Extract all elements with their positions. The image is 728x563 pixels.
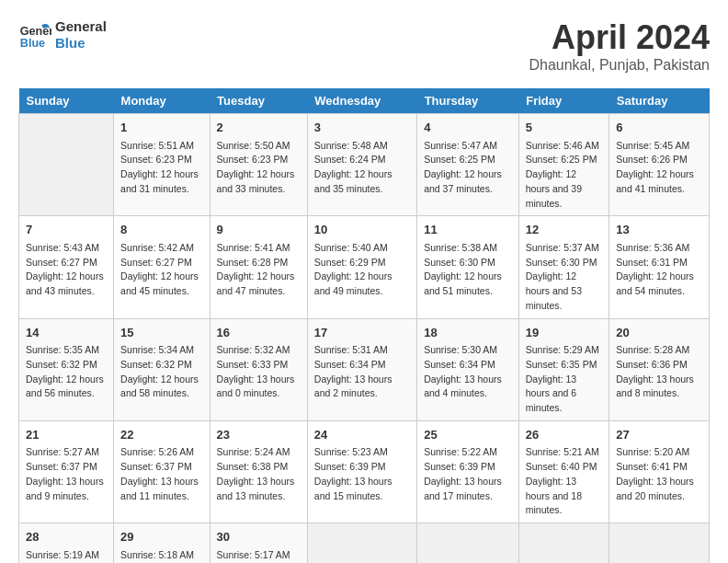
month-title: April 2024 bbox=[529, 18, 710, 57]
calendar-cell: 13Sunrise: 5:36 AMSunset: 6:31 PMDayligh… bbox=[609, 216, 710, 318]
day-number: 12 bbox=[526, 221, 602, 239]
day-number: 20 bbox=[616, 324, 702, 342]
cell-info: Sunrise: 5:31 AMSunset: 6:34 PMDaylight:… bbox=[314, 343, 410, 401]
calendar-cell bbox=[609, 523, 710, 564]
day-number: 10 bbox=[314, 221, 410, 239]
cell-info: Sunrise: 5:43 AMSunset: 6:27 PMDaylight:… bbox=[26, 241, 107, 299]
calendar-cell: 23Sunrise: 5:24 AMSunset: 6:38 PMDayligh… bbox=[210, 420, 307, 523]
cell-info: Sunrise: 5:30 AMSunset: 6:34 PMDaylight:… bbox=[424, 343, 512, 401]
calendar-cell: 3Sunrise: 5:48 AMSunset: 6:24 PMDaylight… bbox=[307, 114, 416, 216]
calendar-cell: 21Sunrise: 5:27 AMSunset: 6:37 PMDayligh… bbox=[19, 420, 114, 523]
weekday-header-sunday: Sunday bbox=[19, 88, 114, 114]
calendar-cell: 14Sunrise: 5:35 AMSunset: 6:32 PMDayligh… bbox=[19, 318, 114, 420]
logo: General Blue General Blue bbox=[18, 18, 107, 52]
cell-info: Sunrise: 5:35 AMSunset: 6:32 PMDaylight:… bbox=[26, 343, 107, 401]
cell-info: Sunrise: 5:26 AMSunset: 6:37 PMDaylight:… bbox=[120, 445, 203, 503]
calendar-cell: 26Sunrise: 5:21 AMSunset: 6:40 PMDayligh… bbox=[518, 420, 609, 523]
calendar-cell: 5Sunrise: 5:46 AMSunset: 6:25 PMDaylight… bbox=[518, 114, 609, 216]
calendar-cell: 18Sunrise: 5:30 AMSunset: 6:34 PMDayligh… bbox=[417, 318, 519, 420]
week-row-2: 7Sunrise: 5:43 AMSunset: 6:27 PMDaylight… bbox=[19, 216, 710, 318]
day-number: 4 bbox=[424, 119, 512, 137]
day-number: 24 bbox=[314, 426, 410, 444]
cell-info: Sunrise: 5:45 AMSunset: 6:26 PMDaylight:… bbox=[616, 139, 702, 197]
calendar-cell: 20Sunrise: 5:28 AMSunset: 6:36 PMDayligh… bbox=[609, 318, 710, 420]
calendar-cell: 2Sunrise: 5:50 AMSunset: 6:23 PMDaylight… bbox=[210, 114, 307, 216]
logo-icon: General Blue bbox=[18, 18, 51, 52]
cell-info: Sunrise: 5:41 AMSunset: 6:28 PMDaylight:… bbox=[217, 241, 301, 299]
day-number: 26 bbox=[526, 426, 602, 444]
weekday-header-saturday: Saturday bbox=[609, 88, 710, 114]
location-text: Dhaunkal, Punjab, Pakistan bbox=[529, 57, 710, 74]
weekday-header-row: SundayMondayTuesdayWednesdayThursdayFrid… bbox=[19, 88, 710, 114]
day-number: 3 bbox=[314, 119, 410, 137]
calendar-cell: 22Sunrise: 5:26 AMSunset: 6:37 PMDayligh… bbox=[114, 420, 210, 523]
calendar-cell: 8Sunrise: 5:42 AMSunset: 6:27 PMDaylight… bbox=[114, 216, 210, 318]
cell-info: Sunrise: 5:38 AMSunset: 6:30 PMDaylight:… bbox=[424, 241, 512, 299]
week-row-3: 14Sunrise: 5:35 AMSunset: 6:32 PMDayligh… bbox=[19, 318, 710, 420]
day-number: 25 bbox=[424, 426, 512, 444]
day-number: 16 bbox=[217, 324, 301, 342]
calendar-cell: 15Sunrise: 5:34 AMSunset: 6:32 PMDayligh… bbox=[114, 318, 210, 420]
cell-info: Sunrise: 5:20 AMSunset: 6:41 PMDaylight:… bbox=[616, 445, 702, 503]
cell-info: Sunrise: 5:24 AMSunset: 6:38 PMDaylight:… bbox=[217, 445, 301, 503]
calendar-cell: 12Sunrise: 5:37 AMSunset: 6:30 PMDayligh… bbox=[518, 216, 609, 318]
calendar-cell: 6Sunrise: 5:45 AMSunset: 6:26 PMDaylight… bbox=[609, 114, 710, 216]
day-number: 9 bbox=[217, 221, 301, 239]
logo-blue-text: Blue bbox=[55, 35, 107, 52]
calendar-cell: 1Sunrise: 5:51 AMSunset: 6:23 PMDaylight… bbox=[114, 114, 210, 216]
cell-info: Sunrise: 5:19 AMSunset: 6:42 PMDaylight:… bbox=[26, 548, 107, 564]
calendar-cell: 27Sunrise: 5:20 AMSunset: 6:41 PMDayligh… bbox=[609, 420, 710, 523]
cell-info: Sunrise: 5:37 AMSunset: 6:30 PMDaylight:… bbox=[526, 241, 602, 314]
day-number: 23 bbox=[217, 426, 301, 444]
svg-text:Blue: Blue bbox=[20, 37, 45, 50]
day-number: 6 bbox=[616, 119, 702, 137]
calendar-cell: 10Sunrise: 5:40 AMSunset: 6:29 PMDayligh… bbox=[307, 216, 416, 318]
cell-info: Sunrise: 5:36 AMSunset: 6:31 PMDaylight:… bbox=[616, 241, 702, 299]
day-number: 19 bbox=[526, 324, 602, 342]
week-row-1: 1Sunrise: 5:51 AMSunset: 6:23 PMDaylight… bbox=[19, 114, 710, 216]
cell-info: Sunrise: 5:17 AMSunset: 6:43 PMDaylight:… bbox=[217, 548, 301, 564]
weekday-header-wednesday: Wednesday bbox=[307, 88, 416, 114]
cell-info: Sunrise: 5:22 AMSunset: 6:39 PMDaylight:… bbox=[424, 445, 512, 503]
day-number: 21 bbox=[26, 426, 107, 444]
calendar-cell bbox=[417, 523, 519, 564]
title-area: April 2024 Dhaunkal, Punjab, Pakistan bbox=[529, 18, 710, 74]
weekday-header-monday: Monday bbox=[114, 88, 210, 114]
cell-info: Sunrise: 5:48 AMSunset: 6:24 PMDaylight:… bbox=[314, 139, 410, 197]
cell-info: Sunrise: 5:21 AMSunset: 6:40 PMDaylight:… bbox=[526, 445, 602, 518]
calendar-cell: 9Sunrise: 5:41 AMSunset: 6:28 PMDaylight… bbox=[210, 216, 307, 318]
weekday-header-tuesday: Tuesday bbox=[210, 88, 307, 114]
day-number: 13 bbox=[616, 221, 702, 239]
cell-info: Sunrise: 5:40 AMSunset: 6:29 PMDaylight:… bbox=[314, 241, 410, 299]
calendar-table: SundayMondayTuesdayWednesdayThursdayFrid… bbox=[18, 88, 710, 563]
day-number: 11 bbox=[424, 221, 512, 239]
cell-info: Sunrise: 5:28 AMSunset: 6:36 PMDaylight:… bbox=[616, 343, 702, 401]
calendar-cell bbox=[19, 114, 114, 216]
day-number: 17 bbox=[314, 324, 410, 342]
calendar-cell: 16Sunrise: 5:32 AMSunset: 6:33 PMDayligh… bbox=[210, 318, 307, 420]
day-number: 18 bbox=[424, 324, 512, 342]
calendar-cell: 24Sunrise: 5:23 AMSunset: 6:39 PMDayligh… bbox=[307, 420, 416, 523]
calendar-cell: 25Sunrise: 5:22 AMSunset: 6:39 PMDayligh… bbox=[417, 420, 519, 523]
cell-info: Sunrise: 5:27 AMSunset: 6:37 PMDaylight:… bbox=[26, 445, 107, 503]
cell-info: Sunrise: 5:50 AMSunset: 6:23 PMDaylight:… bbox=[217, 139, 301, 197]
cell-info: Sunrise: 5:23 AMSunset: 6:39 PMDaylight:… bbox=[314, 445, 410, 503]
day-number: 30 bbox=[217, 528, 301, 546]
calendar-cell: 29Sunrise: 5:18 AMSunset: 6:42 PMDayligh… bbox=[114, 523, 210, 564]
week-row-4: 21Sunrise: 5:27 AMSunset: 6:37 PMDayligh… bbox=[19, 420, 710, 523]
day-number: 7 bbox=[26, 221, 107, 239]
cell-info: Sunrise: 5:18 AMSunset: 6:42 PMDaylight:… bbox=[120, 548, 203, 564]
day-number: 15 bbox=[120, 324, 203, 342]
day-number: 29 bbox=[120, 528, 203, 546]
day-number: 28 bbox=[26, 528, 107, 546]
day-number: 5 bbox=[526, 119, 602, 137]
cell-info: Sunrise: 5:32 AMSunset: 6:33 PMDaylight:… bbox=[217, 343, 301, 401]
day-number: 22 bbox=[120, 426, 203, 444]
calendar-cell: 17Sunrise: 5:31 AMSunset: 6:34 PMDayligh… bbox=[307, 318, 416, 420]
calendar-cell: 11Sunrise: 5:38 AMSunset: 6:30 PMDayligh… bbox=[417, 216, 519, 318]
day-number: 2 bbox=[217, 119, 301, 137]
calendar-cell bbox=[518, 523, 609, 564]
logo-general-text: General bbox=[55, 18, 107, 35]
calendar-cell: 30Sunrise: 5:17 AMSunset: 6:43 PMDayligh… bbox=[210, 523, 307, 564]
day-number: 27 bbox=[616, 426, 702, 444]
